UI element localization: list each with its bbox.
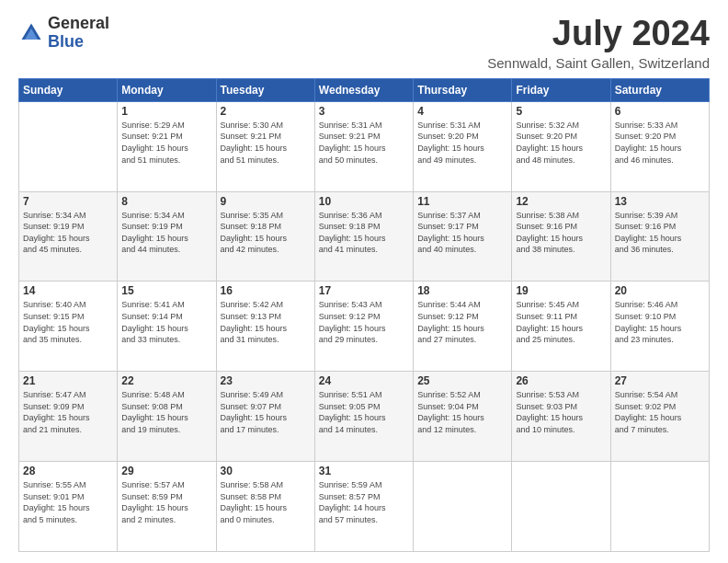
day-number: 5 bbox=[516, 105, 606, 118]
day-number: 8 bbox=[121, 195, 211, 208]
calendar-cell: 16Sunrise: 5:42 AM Sunset: 9:13 PM Dayli… bbox=[216, 282, 314, 372]
calendar-cell bbox=[610, 462, 709, 552]
calendar-cell: 3Sunrise: 5:31 AM Sunset: 9:21 PM Daylig… bbox=[314, 101, 413, 191]
month-year-title: July 2024 bbox=[487, 15, 710, 53]
day-number: 19 bbox=[516, 284, 606, 297]
day-info: Sunrise: 5:52 AM Sunset: 9:04 PM Dayligh… bbox=[417, 389, 507, 435]
day-number: 27 bbox=[615, 374, 705, 387]
day-info: Sunrise: 5:54 AM Sunset: 9:02 PM Dayligh… bbox=[615, 389, 705, 435]
calendar-cell: 15Sunrise: 5:41 AM Sunset: 9:14 PM Dayli… bbox=[118, 282, 216, 372]
day-number: 28 bbox=[23, 465, 113, 477]
calendar-cell bbox=[414, 462, 512, 552]
day-number: 25 bbox=[417, 374, 507, 387]
day-info: Sunrise: 5:55 AM Sunset: 9:01 PM Dayligh… bbox=[23, 479, 113, 525]
day-number: 23 bbox=[221, 374, 311, 387]
calendar-cell: 8Sunrise: 5:34 AM Sunset: 9:19 PM Daylig… bbox=[118, 191, 216, 282]
day-number: 24 bbox=[319, 374, 409, 387]
day-number: 4 bbox=[417, 105, 507, 118]
day-number: 26 bbox=[516, 374, 606, 387]
calendar-cell: 14Sunrise: 5:40 AM Sunset: 9:15 PM Dayli… bbox=[19, 282, 118, 372]
day-info: Sunrise: 5:45 AM Sunset: 9:11 PM Dayligh… bbox=[516, 299, 606, 345]
day-number: 30 bbox=[221, 465, 311, 477]
day-info: Sunrise: 5:30 AM Sunset: 9:21 PM Dayligh… bbox=[221, 120, 311, 166]
day-number: 9 bbox=[221, 195, 311, 208]
day-info: Sunrise: 5:35 AM Sunset: 9:18 PM Dayligh… bbox=[221, 210, 311, 256]
logo: General Blue bbox=[18, 15, 109, 52]
day-number: 22 bbox=[121, 374, 211, 387]
day-info: Sunrise: 5:34 AM Sunset: 9:19 PM Dayligh… bbox=[23, 210, 113, 256]
day-info: Sunrise: 5:42 AM Sunset: 9:13 PM Dayligh… bbox=[221, 299, 311, 345]
day-info: Sunrise: 5:41 AM Sunset: 9:14 PM Dayligh… bbox=[121, 299, 211, 345]
day-info: Sunrise: 5:57 AM Sunset: 8:59 PM Dayligh… bbox=[121, 479, 211, 525]
day-number: 7 bbox=[23, 195, 113, 208]
day-info: Sunrise: 5:34 AM Sunset: 9:19 PM Dayligh… bbox=[121, 210, 211, 256]
col-header-friday: Friday bbox=[512, 78, 610, 101]
calendar-cell: 7Sunrise: 5:34 AM Sunset: 9:19 PM Daylig… bbox=[19, 191, 118, 282]
col-header-wednesday: Wednesday bbox=[314, 78, 413, 101]
calendar-cell: 4Sunrise: 5:31 AM Sunset: 9:20 PM Daylig… bbox=[414, 101, 512, 191]
calendar-cell: 20Sunrise: 5:46 AM Sunset: 9:10 PM Dayli… bbox=[610, 282, 709, 372]
day-info: Sunrise: 5:31 AM Sunset: 9:21 PM Dayligh… bbox=[319, 120, 409, 166]
day-info: Sunrise: 5:31 AM Sunset: 9:20 PM Dayligh… bbox=[417, 120, 507, 166]
day-info: Sunrise: 5:38 AM Sunset: 9:16 PM Dayligh… bbox=[516, 210, 606, 256]
calendar-week-4: 21Sunrise: 5:47 AM Sunset: 9:09 PM Dayli… bbox=[19, 372, 710, 462]
day-info: Sunrise: 5:51 AM Sunset: 9:05 PM Dayligh… bbox=[319, 389, 409, 435]
day-info: Sunrise: 5:37 AM Sunset: 9:17 PM Dayligh… bbox=[417, 210, 507, 256]
calendar-cell: 22Sunrise: 5:48 AM Sunset: 9:08 PM Dayli… bbox=[118, 372, 216, 462]
col-header-thursday: Thursday bbox=[414, 78, 512, 101]
calendar-cell bbox=[19, 101, 118, 191]
calendar-cell: 13Sunrise: 5:39 AM Sunset: 9:16 PM Dayli… bbox=[610, 191, 709, 282]
day-info: Sunrise: 5:33 AM Sunset: 9:20 PM Dayligh… bbox=[615, 120, 705, 166]
calendar-table: Sunday Monday Tuesday Wednesday Thursday… bbox=[18, 78, 710, 552]
calendar-cell: 17Sunrise: 5:43 AM Sunset: 9:12 PM Dayli… bbox=[314, 282, 413, 372]
calendar-header-row: Sunday Monday Tuesday Wednesday Thursday… bbox=[19, 78, 710, 101]
logo-blue-text: Blue bbox=[48, 32, 84, 51]
day-info: Sunrise: 5:43 AM Sunset: 9:12 PM Dayligh… bbox=[319, 299, 409, 345]
logo-general-text: General bbox=[48, 14, 109, 32]
calendar-cell: 31Sunrise: 5:59 AM Sunset: 8:57 PM Dayli… bbox=[314, 462, 413, 552]
day-number: 13 bbox=[615, 195, 705, 208]
calendar-cell: 11Sunrise: 5:37 AM Sunset: 9:17 PM Dayli… bbox=[414, 191, 512, 282]
day-info: Sunrise: 5:40 AM Sunset: 9:15 PM Dayligh… bbox=[23, 299, 113, 345]
calendar-cell: 26Sunrise: 5:53 AM Sunset: 9:03 PM Dayli… bbox=[512, 372, 610, 462]
calendar-cell: 25Sunrise: 5:52 AM Sunset: 9:04 PM Dayli… bbox=[414, 372, 512, 462]
day-info: Sunrise: 5:59 AM Sunset: 8:57 PM Dayligh… bbox=[319, 479, 409, 525]
header: General Blue July 2024 Sennwald, Saint G… bbox=[18, 15, 710, 71]
col-header-tuesday: Tuesday bbox=[216, 78, 314, 101]
calendar-cell: 6Sunrise: 5:33 AM Sunset: 9:20 PM Daylig… bbox=[610, 101, 709, 191]
calendar-cell: 18Sunrise: 5:44 AM Sunset: 9:12 PM Dayli… bbox=[414, 282, 512, 372]
calendar-cell: 5Sunrise: 5:32 AM Sunset: 9:20 PM Daylig… bbox=[512, 101, 610, 191]
col-header-sunday: Sunday bbox=[19, 78, 118, 101]
day-info: Sunrise: 5:46 AM Sunset: 9:10 PM Dayligh… bbox=[615, 299, 705, 345]
calendar-week-5: 28Sunrise: 5:55 AM Sunset: 9:01 PM Dayli… bbox=[19, 462, 710, 552]
day-info: Sunrise: 5:53 AM Sunset: 9:03 PM Dayligh… bbox=[516, 389, 606, 435]
page: General Blue July 2024 Sennwald, Saint G… bbox=[0, 0, 728, 563]
location-subtitle: Sennwald, Saint Gallen, Switzerland bbox=[487, 55, 710, 71]
day-number: 18 bbox=[417, 284, 507, 297]
calendar-cell: 27Sunrise: 5:54 AM Sunset: 9:02 PM Dayli… bbox=[610, 372, 709, 462]
calendar-cell: 1Sunrise: 5:29 AM Sunset: 9:21 PM Daylig… bbox=[118, 101, 216, 191]
day-info: Sunrise: 5:39 AM Sunset: 9:16 PM Dayligh… bbox=[615, 210, 705, 256]
day-number: 12 bbox=[516, 195, 606, 208]
calendar-week-1: 1Sunrise: 5:29 AM Sunset: 9:21 PM Daylig… bbox=[19, 101, 710, 191]
calendar-cell: 24Sunrise: 5:51 AM Sunset: 9:05 PM Dayli… bbox=[314, 372, 413, 462]
day-number: 6 bbox=[615, 105, 705, 118]
calendar-cell: 21Sunrise: 5:47 AM Sunset: 9:09 PM Dayli… bbox=[19, 372, 118, 462]
day-number: 17 bbox=[319, 284, 409, 297]
calendar-cell: 19Sunrise: 5:45 AM Sunset: 9:11 PM Dayli… bbox=[512, 282, 610, 372]
day-info: Sunrise: 5:36 AM Sunset: 9:18 PM Dayligh… bbox=[319, 210, 409, 256]
col-header-saturday: Saturday bbox=[610, 78, 709, 101]
day-info: Sunrise: 5:29 AM Sunset: 9:21 PM Dayligh… bbox=[121, 120, 211, 166]
day-number: 31 bbox=[319, 465, 409, 477]
day-number: 1 bbox=[121, 105, 211, 118]
day-number: 3 bbox=[319, 105, 409, 118]
title-block: July 2024 Sennwald, Saint Gallen, Switze… bbox=[487, 15, 710, 71]
day-number: 29 bbox=[121, 465, 211, 477]
calendar-week-3: 14Sunrise: 5:40 AM Sunset: 9:15 PM Dayli… bbox=[19, 282, 710, 372]
calendar-cell: 12Sunrise: 5:38 AM Sunset: 9:16 PM Dayli… bbox=[512, 191, 610, 282]
day-info: Sunrise: 5:58 AM Sunset: 8:58 PM Dayligh… bbox=[221, 479, 311, 525]
day-number: 16 bbox=[221, 284, 311, 297]
calendar-cell: 30Sunrise: 5:58 AM Sunset: 8:58 PM Dayli… bbox=[216, 462, 314, 552]
calendar-cell: 9Sunrise: 5:35 AM Sunset: 9:18 PM Daylig… bbox=[216, 191, 314, 282]
calendar-cell: 2Sunrise: 5:30 AM Sunset: 9:21 PM Daylig… bbox=[216, 101, 314, 191]
